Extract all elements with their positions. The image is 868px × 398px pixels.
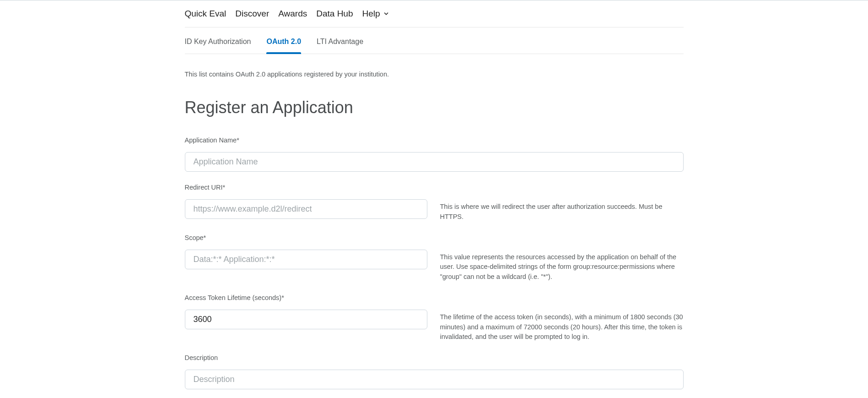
- tab-lti-advantage[interactable]: LTI Advantage: [317, 38, 363, 54]
- nav-help-label: Help: [362, 9, 380, 19]
- main-container: Quick Eval Discover Awards Data Hub Help…: [185, 0, 684, 389]
- form-group-scope: Scope* This value represents the resourc…: [185, 234, 684, 282]
- app-name-label: Application Name*: [185, 136, 684, 144]
- tab-id-key-label: ID Key Authorization: [185, 38, 251, 45]
- redirect-uri-input-wrap: [185, 199, 427, 219]
- token-lifetime-input-wrap: [185, 310, 427, 329]
- nav-quick-eval[interactable]: Quick Eval: [185, 9, 226, 19]
- redirect-uri-label: Redirect URI*: [185, 184, 684, 191]
- nav-data-hub[interactable]: Data Hub: [316, 9, 353, 19]
- scope-help: This value represents the resources acce…: [440, 250, 684, 282]
- top-nav: Quick Eval Discover Awards Data Hub Help: [185, 0, 684, 27]
- token-lifetime-help: The lifetime of the access token (in sec…: [440, 310, 684, 342]
- nav-discover-label: Discover: [235, 9, 269, 19]
- intro-text: This list contains OAuth 2.0 application…: [185, 71, 684, 78]
- nav-quick-eval-label: Quick Eval: [185, 9, 226, 19]
- scope-row: This value represents the resources acce…: [185, 250, 684, 282]
- description-input[interactable]: [185, 370, 684, 389]
- tab-id-key-authorization[interactable]: ID Key Authorization: [185, 38, 251, 54]
- description-label: Description: [185, 354, 684, 361]
- nav-discover[interactable]: Discover: [235, 9, 269, 19]
- form-group-app-name: Application Name*: [185, 136, 684, 172]
- scope-label: Scope*: [185, 234, 684, 241]
- token-lifetime-label: Access Token Lifetime (seconds)*: [185, 294, 684, 301]
- form-group-redirect-uri: Redirect URI* This is where we will redi…: [185, 184, 684, 222]
- scope-input[interactable]: [185, 250, 427, 269]
- token-lifetime-row: The lifetime of the access token (in sec…: [185, 310, 684, 342]
- redirect-uri-help: This is where we will redirect the user …: [440, 199, 684, 222]
- nav-help[interactable]: Help: [362, 9, 389, 19]
- page-title: Register an Application: [185, 98, 684, 117]
- chevron-down-icon: [383, 11, 389, 17]
- form-group-token-lifetime: Access Token Lifetime (seconds)* The lif…: [185, 294, 684, 342]
- app-name-input[interactable]: [185, 152, 684, 172]
- scope-input-wrap: [185, 250, 427, 269]
- nav-data-hub-label: Data Hub: [316, 9, 353, 19]
- redirect-uri-row: This is where we will redirect the user …: [185, 199, 684, 222]
- form-group-description: Description: [185, 354, 684, 389]
- tab-oauth2-label: OAuth 2.0: [266, 38, 301, 45]
- token-lifetime-input[interactable]: [185, 310, 427, 329]
- sub-tabs: ID Key Authorization OAuth 2.0 LTI Advan…: [185, 27, 684, 54]
- nav-awards[interactable]: Awards: [278, 9, 307, 19]
- nav-awards-label: Awards: [278, 9, 307, 19]
- redirect-uri-input[interactable]: [185, 199, 427, 219]
- tab-lti-advantage-label: LTI Advantage: [317, 38, 363, 45]
- tab-oauth2[interactable]: OAuth 2.0: [266, 38, 301, 54]
